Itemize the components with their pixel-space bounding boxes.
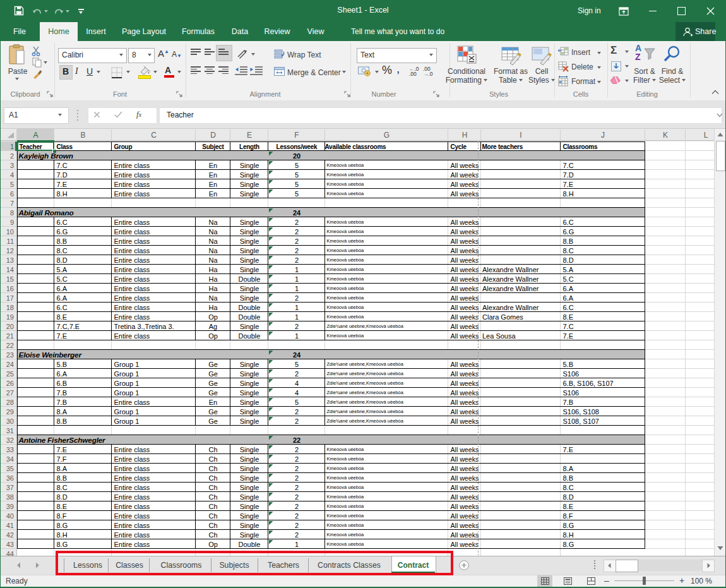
svg-text:Single: Single — [240, 162, 259, 169]
svg-text:Kmeòová uèebòa: Kmeòová uèebòa — [327, 513, 365, 519]
svg-text:6.G: 6.G — [57, 228, 68, 236]
svg-text:Lea Sousa: Lea Sousa — [482, 332, 516, 340]
svg-text:7.D: 7.D — [57, 171, 68, 179]
svg-text:Double: Double — [239, 313, 261, 321]
svg-text:Entire class: Entire class — [114, 304, 150, 311]
svg-text:Kmeòová uèebòa: Kmeòová uèebòa — [327, 532, 365, 537]
svg-text:Single: Single — [240, 493, 259, 501]
svg-text:Entire class: Entire class — [114, 247, 150, 255]
svg-text:Zdie¾ané uèebne,Kmeòová uèebòa: Zdie¾ané uèebne,Kmeòová uèebòa — [327, 361, 404, 367]
svg-text:22: 22 — [293, 436, 301, 444]
svg-text:Single: Single — [240, 323, 259, 330]
svg-text:4: 4 — [10, 171, 14, 179]
svg-text:2: 2 — [295, 408, 299, 416]
svg-text:Double: Double — [239, 541, 261, 548]
svg-text:30: 30 — [6, 417, 14, 425]
svg-text:Kmeòová uèebòa: Kmeòová uèebòa — [327, 219, 365, 225]
svg-text:2: 2 — [295, 323, 299, 330]
svg-text:7.E: 7.E — [57, 181, 68, 188]
svg-text:2: 2 — [295, 493, 299, 501]
svg-text:Single: Single — [240, 417, 259, 425]
svg-text:8.H: 8.H — [57, 190, 68, 198]
svg-text:All weeks: All weeks — [451, 162, 479, 169]
svg-text:All weeks: All weeks — [451, 285, 479, 292]
svg-text:All weeks: All weeks — [451, 294, 479, 302]
svg-text:24: 24 — [293, 209, 301, 217]
svg-text:1: 1 — [295, 313, 299, 321]
svg-text:Ha: Ha — [208, 275, 218, 283]
svg-text:Zdie¾ané uèebne,Kmeòová uèebòa: Zdie¾ané uèebne,Kmeòová uèebòa — [327, 399, 404, 405]
svg-text:8.H: 8.H — [563, 531, 574, 539]
svg-text:Single: Single — [240, 285, 259, 292]
svg-text:8.A: 8.A — [57, 408, 68, 416]
svg-text:Kmeòová uèebòa: Kmeòová uèebòa — [327, 276, 365, 282]
svg-text:All weeks: All weeks — [451, 256, 479, 264]
svg-text:Zdie¾ané uèebne,Kmeòová uèebòa: Zdie¾ané uèebne,Kmeòová uèebòa — [327, 390, 404, 395]
svg-text:S108, S107: S108, S107 — [563, 417, 600, 425]
svg-text:Entire class: Entire class — [114, 162, 150, 169]
svg-text:Entire class: Entire class — [114, 294, 150, 302]
svg-text:Entire class: Entire class — [114, 541, 150, 548]
svg-text:1: 1 — [295, 332, 299, 340]
svg-text:7.E: 7.E — [57, 446, 68, 453]
svg-text:2: 2 — [10, 152, 14, 160]
svg-text:Zdie¾ané uèebne,Kmeòová uèebòa: Zdie¾ané uèebne,Kmeòová uèebòa — [327, 371, 404, 376]
svg-text:22: 22 — [6, 342, 14, 349]
svg-text:8.G: 8.G — [57, 541, 68, 548]
svg-text:6: 6 — [10, 190, 14, 198]
svg-text:All weeks: All weeks — [451, 323, 479, 330]
svg-text:6.C: 6.C — [57, 219, 68, 226]
svg-text:8.H: 8.H — [57, 531, 68, 539]
svg-text:En: En — [209, 181, 217, 188]
svg-text:7.E: 7.E — [563, 332, 574, 340]
svg-text:I: I — [520, 131, 521, 140]
svg-text:2: 2 — [295, 474, 299, 482]
svg-text:Kmeòová uèebòa: Kmeòová uèebòa — [327, 447, 365, 452]
svg-text:Ag: Ag — [209, 323, 217, 330]
svg-text:8.B: 8.B — [563, 474, 574, 482]
svg-text:5: 5 — [295, 190, 299, 198]
svg-text:S106: S106 — [563, 370, 580, 378]
svg-text:6.B: 6.B — [57, 380, 68, 387]
svg-text:Kmeòová uèebòa: Kmeòová uèebòa — [327, 181, 365, 187]
svg-text:19: 19 — [6, 313, 14, 321]
svg-text:1: 1 — [295, 285, 299, 292]
svg-text:5: 5 — [295, 181, 299, 188]
svg-text:Entire class: Entire class — [114, 171, 150, 179]
svg-text:Kmeòová uèebòa: Kmeòová uèebòa — [327, 522, 365, 528]
svg-text:Single: Single — [240, 512, 259, 520]
svg-text:Entire class: Entire class — [114, 275, 150, 283]
svg-text:34: 34 — [6, 455, 14, 463]
svg-text:Kayleigh Brown: Kayleigh Brown — [19, 152, 73, 160]
svg-text:Na: Na — [208, 256, 218, 264]
svg-text:6.A: 6.A — [57, 285, 68, 292]
svg-text:Group: Group — [114, 143, 133, 150]
svg-text:Kmeòová uèebòa: Kmeòová uèebòa — [327, 257, 365, 263]
svg-text:Ge: Ge — [208, 361, 218, 368]
svg-text:8.G: 8.G — [57, 522, 68, 529]
svg-text:All weeks: All weeks — [451, 380, 479, 387]
svg-text:Teacher: Teacher — [20, 143, 42, 150]
svg-text:En: En — [209, 190, 217, 198]
svg-text:20: 20 — [6, 323, 14, 330]
svg-text:Single: Single — [240, 370, 259, 378]
svg-text:Ch: Ch — [208, 446, 217, 453]
svg-text:8.D: 8.D — [563, 493, 574, 501]
svg-text:Entire class: Entire class — [114, 512, 150, 520]
svg-text:All weeks: All weeks — [451, 474, 479, 482]
svg-text:5: 5 — [295, 399, 299, 406]
svg-text:41: 41 — [6, 522, 14, 529]
svg-text:8.E: 8.E — [563, 313, 574, 321]
svg-text:B: B — [80, 131, 85, 140]
svg-text:All weeks: All weeks — [451, 304, 479, 311]
svg-text:1: 1 — [10, 143, 14, 150]
svg-text:Single: Single — [240, 465, 259, 472]
svg-text:Kmeòová uèebòa: Kmeòová uèebòa — [327, 238, 365, 244]
svg-text:Zdie¾ané uèebne,Kmeòová uèebòa: Zdie¾ané uèebne,Kmeòová uèebòa — [327, 380, 404, 386]
svg-text:5: 5 — [295, 162, 299, 169]
svg-text:Entire class: Entire class — [114, 399, 150, 406]
svg-text:Tretina 3.,Tretina 3.: Tretina 3.,Tretina 3. — [114, 323, 174, 330]
svg-text:8.B: 8.B — [57, 474, 68, 482]
svg-text:All weeks: All weeks — [451, 313, 479, 321]
svg-text:All weeks: All weeks — [451, 237, 479, 245]
